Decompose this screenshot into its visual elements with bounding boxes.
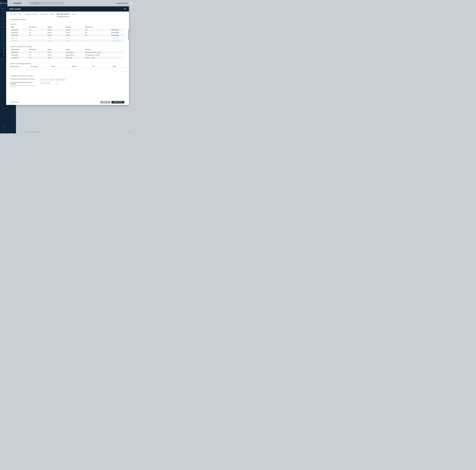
table-row: 11/09/201404Emise3 300 €0 €Télécharger — [11, 34, 124, 37]
caret-down-icon: ▾ — [129, 2, 129, 4]
tab-offres[interactable]: Offres — [50, 12, 54, 17]
cell-montant: 9 200 € — [65, 37, 85, 39]
factures-col-num: N° Facture — [29, 26, 47, 29]
download-link[interactable]: Télécharger — [111, 29, 119, 31]
oeuvres-col-num: N° Facture — [29, 48, 47, 51]
oeuvres-col-artiste: Artiste — [65, 48, 85, 51]
cell-date: 18/03/2016 — [11, 54, 29, 56]
download-link[interactable]: Télécharger — [112, 37, 119, 39]
cancel-button[interactable]: ANNULER — [100, 101, 110, 104]
table-row: 01/09/201304Emise3 300 €0 €Télécharger — [11, 39, 124, 42]
cell-date: 11/09/2014 — [11, 56, 29, 59]
svg-rect-9 — [3, 45, 4, 46]
brand-logo[interactable]: A Anatole — [0, 0, 7, 6]
modal-body: HISTORIQUE D'ACHAT Factures Date N° Fact… — [6, 17, 129, 99]
tab-historique[interactable]: Historique d'achat — [57, 11, 69, 17]
tab-documents[interactable]: Documents — [40, 12, 48, 17]
tab-categories[interactable]: Catégories & intérêts — [25, 12, 38, 17]
modal-tabs: Contact Notes Catégories & intérêts Docu… — [6, 12, 129, 17]
cell-download: Télécharger — [100, 29, 124, 31]
cell-artiste: Nicia Flawers — [65, 54, 85, 56]
page-title: Contact — [14, 2, 21, 4]
factures-table: Date N° Facture Statut Montant Restant d… — [11, 26, 124, 42]
table-row: 18/03/201619Emise9 200 €0 €Télécharger — [11, 31, 124, 34]
cell-statut: Emise — [47, 34, 65, 37]
manual-sale-title: Créer une vente manuellement — [11, 63, 124, 64]
cell-download: Télécharger — [100, 39, 124, 42]
label-prix: Prix — [92, 66, 110, 67]
cell-date: 18/03/2016 — [11, 31, 29, 34]
cell-montant: 3 300 € — [65, 34, 85, 37]
cell-rest: 0 € — [85, 39, 100, 42]
download-link[interactable]: Télécharger — [111, 35, 119, 36]
svg-point-8 — [4, 37, 4, 37]
modal-header: Editer contact ✖ — [6, 6, 129, 12]
save-button[interactable]: ENREGISTRER — [111, 101, 124, 104]
cell-stock: JT-04 — [47, 51, 65, 54]
oeuvres-title: Oeuvres achetées par le contact — [11, 46, 124, 47]
input-prix[interactable] — [92, 68, 110, 70]
cell-rest: 0 € — [85, 29, 100, 31]
cell-rest: 0 € — [85, 37, 100, 39]
cell-download: Télécharger — [100, 31, 124, 34]
tab-notes[interactable]: Notes — [18, 12, 22, 17]
cell-statut: Emise — [47, 37, 65, 39]
cell-montant: 9 200 € — [65, 31, 85, 34]
tab-contact[interactable]: Contact — [11, 12, 16, 17]
choose-file-button[interactable]: Choisir un fichier — [56, 79, 65, 80]
input-artiste[interactable] — [72, 68, 90, 70]
cell-date: 12/05/2016 — [11, 29, 29, 31]
label-date-achat: Date d'achat — [11, 66, 29, 67]
divider — [11, 74, 124, 75]
sidebar-icon-file[interactable] — [0, 129, 7, 132]
cell-montant: 3 300 € — [65, 39, 85, 42]
cell-download: Télécharger — [100, 37, 124, 39]
scroll-top-icon[interactable] — [131, 131, 133, 133]
divider — [11, 45, 124, 45]
cell-rest: 0 € — [85, 34, 100, 37]
svg-point-10 — [3, 46, 3, 46]
input-notes[interactable] — [113, 68, 129, 71]
input-num-facture[interactable] — [31, 68, 49, 70]
brand-logo-circle: A — [0, 2, 2, 4]
svg-point-1 — [3, 20, 4, 20]
svg-point-0 — [3, 11, 4, 11]
modal-footer: SUPPRIMER ANNULER ENREGISTRER — [6, 99, 129, 105]
cell-date: 11/09/2014 — [11, 34, 29, 37]
sidebar-icon-help[interactable] — [0, 126, 7, 129]
close-icon[interactable]: ✖ — [124, 8, 126, 10]
svg-point-2 — [4, 20, 4, 20]
brand-name: Anatole — [3, 2, 7, 4]
section-history-title: HISTORIQUE D'ACHAT — [11, 19, 124, 20]
download-link[interactable]: Télécharger — [111, 32, 119, 33]
back-icon[interactable] — [10, 2, 12, 4]
archive-select[interactable]: Fiche de dépôt ▾ — [40, 82, 57, 84]
avatar — [130, 2, 133, 4]
oeuvres-table: Date d'achat N° Facture Stock Artiste Oe… — [11, 48, 124, 59]
tab-autres[interactable]: Autres — [72, 12, 76, 17]
file-input[interactable]: Pas de fichier sélectionné Choisir un fi… — [40, 78, 66, 81]
factures-col-statut: Statut — [47, 26, 65, 29]
search-icon — [30, 2, 32, 4]
topbar: Contact « Peinture » Administrateur ▾ — [7, 0, 135, 6]
label-stock: Stock — [51, 66, 69, 67]
user-label: Administrateur — [117, 2, 128, 4]
table-row: 12/05/201643JT-04John TalabotSans titre,… — [11, 51, 124, 54]
cell-oeuvre: Sans titre, (Paris), 4, 2012 — [85, 51, 124, 54]
search-placeholder: « Peinture » — [33, 2, 40, 4]
svg-rect-3 — [3, 23, 4, 24]
user-menu[interactable]: Administrateur ▾ — [117, 2, 133, 4]
download-link[interactable]: Télécharger — [112, 40, 119, 41]
svg-point-7 — [3, 37, 3, 37]
svg-point-14 — [3, 61, 4, 62]
oeuvres-col-oeuvre: Oeuvres — [85, 48, 124, 51]
input-stock[interactable] — [51, 68, 69, 70]
cell-num: 04 — [29, 56, 47, 59]
cell-artiste: John Cale — [65, 56, 85, 59]
scrollbar-thumb[interactable] — [128, 29, 129, 40]
input-date-achat[interactable] — [11, 68, 29, 70]
cell-num: 43 — [29, 51, 47, 54]
search-input[interactable]: « Peinture » — [29, 2, 64, 5]
svg-point-16 — [31, 3, 31, 3]
delete-button[interactable]: SUPPRIMER — [11, 102, 19, 103]
